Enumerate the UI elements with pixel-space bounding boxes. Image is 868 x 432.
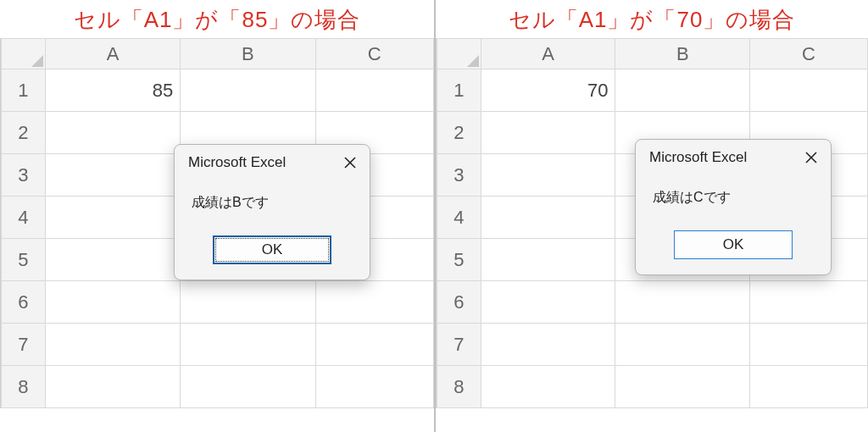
select-all-corner[interactable] — [437, 39, 481, 69]
caption-left: セル「A1」が「85」の場合 — [0, 0, 434, 38]
cell-a2[interactable] — [45, 112, 180, 154]
cell-a6[interactable] — [481, 281, 615, 324]
dialog-titlebar: Microsoft Excel — [636, 140, 831, 174]
cell-a4[interactable] — [45, 197, 180, 239]
cell-c7[interactable] — [750, 324, 868, 366]
column-header-c[interactable]: C — [315, 39, 433, 69]
svg-marker-0 — [31, 55, 43, 67]
caption-right: セル「A1」が「70」の場合 — [436, 0, 868, 38]
cell-b7[interactable] — [181, 324, 315, 366]
dialog-message: 成績はBです — [175, 179, 370, 232]
messagebox-right: Microsoft Excel 成績はCです OK — [635, 139, 832, 275]
dialog-footer: OK — [175, 232, 370, 280]
close-button[interactable] — [802, 148, 821, 167]
column-header-b[interactable]: B — [615, 39, 750, 69]
cell-a1[interactable]: 85 — [45, 69, 180, 112]
cell-a5[interactable] — [45, 239, 180, 281]
row-header[interactable]: 8 — [437, 366, 481, 408]
cell-a6[interactable] — [45, 281, 180, 324]
cell-b8[interactable] — [615, 366, 750, 408]
cell-a3[interactable] — [481, 154, 615, 197]
cell-b1[interactable] — [181, 69, 315, 112]
cell-b6[interactable] — [615, 281, 750, 324]
row-header[interactable]: 2 — [437, 112, 481, 154]
cell-b7[interactable] — [615, 324, 750, 366]
close-button[interactable] — [341, 153, 359, 172]
cell-a5[interactable] — [481, 239, 615, 281]
cell-a7[interactable] — [45, 324, 180, 366]
cell-c7[interactable] — [315, 324, 433, 366]
row-header[interactable]: 6 — [2, 281, 46, 324]
cell-a8[interactable] — [481, 366, 615, 408]
row-header[interactable]: 3 — [2, 154, 46, 197]
cell-b1[interactable] — [615, 69, 750, 112]
close-icon — [344, 157, 356, 169]
cell-a3[interactable] — [45, 154, 180, 197]
close-icon — [805, 152, 817, 163]
dialog-message: 成績はCです — [636, 174, 831, 227]
svg-marker-3 — [467, 55, 479, 67]
row-header[interactable]: 7 — [437, 324, 481, 366]
dialog-footer: OK — [636, 227, 831, 274]
cell-b8[interactable] — [181, 366, 315, 408]
row-header[interactable]: 5 — [2, 239, 46, 281]
messagebox-left: Microsoft Excel 成績はBです OK — [174, 144, 370, 280]
dialog-titlebar: Microsoft Excel — [175, 145, 370, 179]
cell-c6[interactable] — [315, 281, 433, 324]
column-header-c[interactable]: C — [750, 39, 868, 69]
row-header[interactable]: 4 — [437, 197, 481, 239]
select-all-triangle-icon — [31, 55, 43, 67]
column-header-a[interactable]: A — [481, 39, 615, 69]
cell-c8[interactable] — [315, 366, 433, 408]
ok-button[interactable]: OK — [674, 230, 793, 259]
cell-c6[interactable] — [750, 281, 868, 324]
example-left: セル「A1」が「85」の場合 A B C 185 2 3 — [0, 0, 434, 432]
cell-a7[interactable] — [481, 324, 615, 366]
row-header[interactable]: 1 — [2, 69, 46, 112]
column-header-a[interactable]: A — [45, 39, 180, 69]
select-all-triangle-icon — [467, 55, 479, 67]
dialog-title: Microsoft Excel — [188, 154, 286, 171]
cell-a8[interactable] — [45, 366, 180, 408]
cell-c8[interactable] — [750, 366, 868, 408]
cell-a4[interactable] — [481, 197, 615, 239]
row-header[interactable]: 8 — [2, 366, 46, 408]
row-header[interactable]: 3 — [437, 154, 481, 197]
row-header[interactable]: 2 — [2, 112, 46, 154]
row-header[interactable]: 1 — [437, 69, 481, 112]
row-header[interactable]: 6 — [437, 281, 481, 324]
column-header-b[interactable]: B — [181, 39, 315, 69]
cell-c1[interactable] — [750, 69, 868, 112]
cell-a2[interactable] — [481, 112, 615, 154]
cell-a1[interactable]: 70 — [481, 69, 615, 112]
ok-button[interactable]: OK — [213, 235, 331, 264]
row-header[interactable]: 4 — [2, 197, 46, 239]
row-header[interactable]: 7 — [2, 324, 46, 366]
row-header[interactable]: 5 — [437, 239, 481, 281]
cell-c1[interactable] — [315, 69, 433, 112]
example-right: セル「A1」が「70」の場合 A B C 170 2 3 — [434, 0, 868, 432]
dialog-title: Microsoft Excel — [649, 149, 747, 166]
cell-b6[interactable] — [181, 281, 315, 324]
select-all-corner[interactable] — [2, 39, 46, 69]
